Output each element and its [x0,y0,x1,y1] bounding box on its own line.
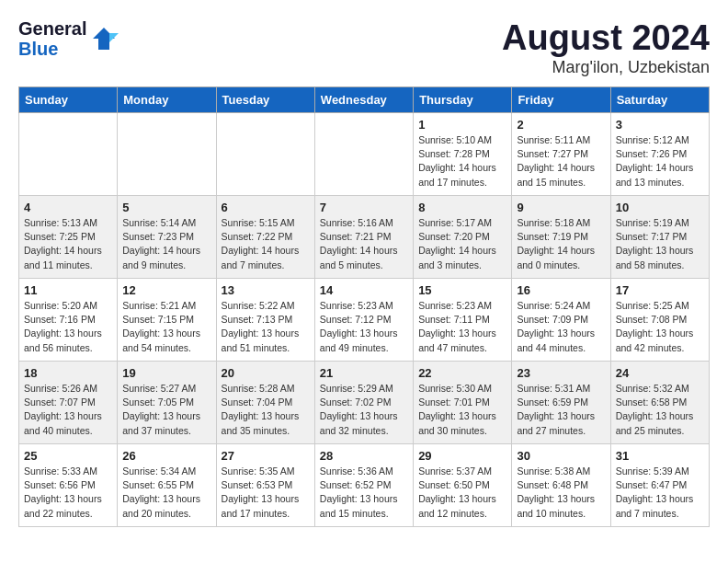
day-number: 3 [616,118,704,132]
calendar-cell: 15Sunrise: 5:23 AM Sunset: 7:11 PM Dayli… [414,279,512,362]
day-info: Sunrise: 5:11 AM Sunset: 7:27 PM Dayligh… [517,133,605,190]
calendar-cell: 7Sunrise: 5:16 AM Sunset: 7:21 PM Daylig… [314,196,413,279]
day-number: 17 [616,283,704,297]
calendar-cell: 8Sunrise: 5:17 AM Sunset: 7:20 PM Daylig… [414,196,512,279]
day-info: Sunrise: 5:30 AM Sunset: 7:01 PM Dayligh… [418,382,506,438]
day-info: Sunrise: 5:20 AM Sunset: 7:16 PM Dayligh… [24,299,112,355]
col-header-sunday: Sunday [19,87,118,113]
col-header-thursday: Thursday [414,87,512,113]
day-info: Sunrise: 5:26 AM Sunset: 7:07 PM Dayligh… [24,382,112,438]
day-info: Sunrise: 5:32 AM Sunset: 6:58 PM Dayligh… [616,382,704,438]
title-block: August 2024 Marg'ilon, Uzbekistan [502,18,710,77]
day-number: 29 [418,449,506,463]
day-number: 16 [517,283,605,297]
day-number: 2 [517,118,605,132]
day-info: Sunrise: 5:34 AM Sunset: 6:55 PM Dayligh… [122,465,210,521]
day-info: Sunrise: 5:15 AM Sunset: 7:22 PM Dayligh… [222,216,310,272]
day-info: Sunrise: 5:13 AM Sunset: 7:25 PM Dayligh… [24,216,112,272]
day-info: Sunrise: 5:39 AM Sunset: 6:47 PM Dayligh… [616,465,704,521]
page-header: General Blue August 2024 Marg'ilon, Uzbe… [18,18,710,77]
day-number: 7 [320,201,408,214]
day-info: Sunrise: 5:17 AM Sunset: 7:20 PM Dayligh… [418,216,506,272]
header-row: SundayMondayTuesdayWednesdayThursdayFrid… [19,87,710,113]
day-info: Sunrise: 5:36 AM Sunset: 6:52 PM Dayligh… [320,465,408,521]
day-number: 8 [418,201,506,214]
day-info: Sunrise: 5:31 AM Sunset: 6:59 PM Dayligh… [517,382,605,438]
day-number: 25 [24,449,112,463]
calendar-cell [216,113,314,196]
day-info: Sunrise: 5:21 AM Sunset: 7:15 PM Dayligh… [122,299,210,355]
calendar-cell: 5Sunrise: 5:14 AM Sunset: 7:23 PM Daylig… [118,196,216,279]
day-info: Sunrise: 5:29 AM Sunset: 7:02 PM Dayligh… [320,382,408,438]
day-number: 9 [517,201,605,214]
calendar-week-1: 1Sunrise: 5:10 AM Sunset: 7:28 PM Daylig… [19,113,710,196]
calendar-cell: 19Sunrise: 5:27 AM Sunset: 7:05 PM Dayli… [118,362,216,444]
logo: General Blue [18,18,119,59]
day-number: 23 [517,366,605,380]
col-header-wednesday: Wednesday [314,87,413,113]
calendar-cell: 24Sunrise: 5:32 AM Sunset: 6:58 PM Dayli… [610,362,709,444]
day-number: 14 [320,283,408,297]
calendar-cell: 22Sunrise: 5:30 AM Sunset: 7:01 PM Dayli… [414,362,512,444]
day-number: 26 [122,449,210,463]
calendar-cell: 4Sunrise: 5:13 AM Sunset: 7:25 PM Daylig… [19,196,118,279]
calendar-cell: 16Sunrise: 5:24 AM Sunset: 7:09 PM Dayli… [512,279,610,362]
day-number: 10 [616,201,704,214]
day-info: Sunrise: 5:33 AM Sunset: 6:56 PM Dayligh… [24,465,112,521]
day-info: Sunrise: 5:27 AM Sunset: 7:05 PM Dayligh… [122,382,210,438]
day-number: 22 [418,366,506,380]
calendar-week-4: 18Sunrise: 5:26 AM Sunset: 7:07 PM Dayli… [19,362,710,444]
day-info: Sunrise: 5:18 AM Sunset: 7:19 PM Dayligh… [517,216,605,272]
day-info: Sunrise: 5:38 AM Sunset: 6:48 PM Dayligh… [517,465,605,521]
calendar-cell [19,113,118,196]
logo-general: General [18,18,86,39]
calendar-cell: 29Sunrise: 5:37 AM Sunset: 6:50 PM Dayli… [414,444,512,527]
calendar-week-5: 25Sunrise: 5:33 AM Sunset: 6:56 PM Dayli… [19,444,710,527]
calendar-cell: 20Sunrise: 5:28 AM Sunset: 7:04 PM Dayli… [216,362,314,444]
day-number: 6 [222,201,310,214]
day-info: Sunrise: 5:22 AM Sunset: 7:13 PM Dayligh… [222,299,310,355]
calendar-cell: 17Sunrise: 5:25 AM Sunset: 7:08 PM Dayli… [610,279,709,362]
day-number: 28 [320,449,408,463]
day-number: 31 [616,449,704,463]
day-number: 5 [122,201,210,214]
calendar-cell: 12Sunrise: 5:21 AM Sunset: 7:15 PM Dayli… [118,279,216,362]
calendar-table: SundayMondayTuesdayWednesdayThursdayFrid… [18,86,710,527]
calendar-cell: 10Sunrise: 5:19 AM Sunset: 7:17 PM Dayli… [610,196,709,279]
day-number: 19 [122,366,210,380]
day-info: Sunrise: 5:14 AM Sunset: 7:23 PM Dayligh… [122,216,210,272]
day-info: Sunrise: 5:12 AM Sunset: 7:26 PM Dayligh… [616,133,704,190]
day-info: Sunrise: 5:28 AM Sunset: 7:04 PM Dayligh… [222,382,310,438]
calendar-cell: 31Sunrise: 5:39 AM Sunset: 6:47 PM Dayli… [610,444,709,527]
calendar-cell: 21Sunrise: 5:29 AM Sunset: 7:02 PM Dayli… [314,362,413,444]
calendar-cell: 1Sunrise: 5:10 AM Sunset: 7:28 PM Daylig… [414,113,512,196]
logo-blue: Blue [18,39,86,59]
calendar-cell: 14Sunrise: 5:23 AM Sunset: 7:12 PM Dayli… [314,279,413,362]
calendar-cell [314,113,413,196]
calendar-cell: 30Sunrise: 5:38 AM Sunset: 6:48 PM Dayli… [512,444,610,527]
calendar-cell: 26Sunrise: 5:34 AM Sunset: 6:55 PM Dayli… [118,444,216,527]
calendar-cell: 27Sunrise: 5:35 AM Sunset: 6:53 PM Dayli… [216,444,314,527]
logo-icon [89,24,119,53]
page-subtitle: Marg'ilon, Uzbekistan [502,58,710,77]
day-number: 18 [24,366,112,380]
day-info: Sunrise: 5:19 AM Sunset: 7:17 PM Dayligh… [616,216,704,272]
day-number: 24 [616,366,704,380]
col-header-friday: Friday [512,87,610,113]
calendar-week-2: 4Sunrise: 5:13 AM Sunset: 7:25 PM Daylig… [19,196,710,279]
calendar-cell: 13Sunrise: 5:22 AM Sunset: 7:13 PM Dayli… [216,279,314,362]
calendar-cell: 9Sunrise: 5:18 AM Sunset: 7:19 PM Daylig… [512,196,610,279]
day-info: Sunrise: 5:24 AM Sunset: 7:09 PM Dayligh… [517,299,605,355]
day-number: 21 [320,366,408,380]
day-number: 27 [222,449,310,463]
calendar-cell: 11Sunrise: 5:20 AM Sunset: 7:16 PM Dayli… [19,279,118,362]
day-info: Sunrise: 5:37 AM Sunset: 6:50 PM Dayligh… [418,465,506,521]
calendar-cell: 6Sunrise: 5:15 AM Sunset: 7:22 PM Daylig… [216,196,314,279]
page-title: August 2024 [502,18,710,58]
day-number: 12 [122,283,210,297]
day-number: 4 [24,201,112,214]
svg-marker-1 [109,33,119,42]
day-number: 13 [222,283,310,297]
day-number: 1 [418,118,506,132]
day-number: 30 [517,449,605,463]
